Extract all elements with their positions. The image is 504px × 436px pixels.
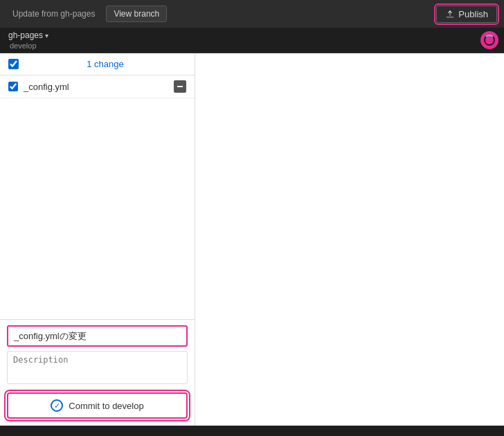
file-list: _config.yml [0, 75, 195, 319]
current-branch: develop [8, 42, 37, 50]
commit-button[interactable]: ✓ Commit to develop [7, 392, 188, 419]
publish-label: Publish [458, 9, 488, 19]
loader-icon [480, 31, 498, 49]
branch-row-main: gh-pages ▾ [8, 30, 496, 40]
branch-row-develop: develop [8, 42, 496, 50]
changes-count: 1 change [24, 59, 186, 69]
branch-name: gh-pages [8, 30, 43, 40]
publish-button[interactable]: Publish [436, 6, 497, 23]
select-all-checkbox[interactable] [8, 59, 19, 69]
upload-icon [445, 9, 455, 19]
file-item: _config.yml [0, 75, 195, 98]
changes-panel: 1 change _config.yml ✓ Commit to develop [0, 53, 195, 426]
chevron-down-icon: ▾ [45, 32, 48, 39]
branch-bar: gh-pages ▾ develop [0, 28, 504, 53]
branch-dropdown[interactable]: gh-pages ▾ [8, 30, 48, 40]
commit-area: ✓ Commit to develop [0, 319, 195, 426]
file-status-icon [174, 80, 186, 93]
commit-description-input[interactable] [7, 351, 188, 384]
svg-rect-0 [177, 86, 183, 87]
toolbar: Update from gh-pages View branch Publish [0, 0, 504, 28]
toolbar-left: Update from gh-pages View branch [7, 6, 167, 22]
file-name: _config.yml [24, 82, 168, 92]
changes-header: 1 change [0, 53, 195, 75]
main-layout: 1 change _config.yml ✓ Commit to develop [0, 53, 504, 426]
diff-area [195, 53, 504, 426]
commit-button-label: Commit to develop [69, 401, 143, 411]
update-button[interactable]: Update from gh-pages [7, 6, 100, 21]
commit-message-input[interactable] [7, 325, 188, 347]
commit-check-icon: ✓ [51, 399, 63, 412]
spinner [484, 35, 495, 46]
toolbar-right: Publish [436, 6, 497, 23]
view-branch-button[interactable]: View branch [106, 6, 167, 22]
file-checkbox[interactable] [8, 82, 18, 91]
